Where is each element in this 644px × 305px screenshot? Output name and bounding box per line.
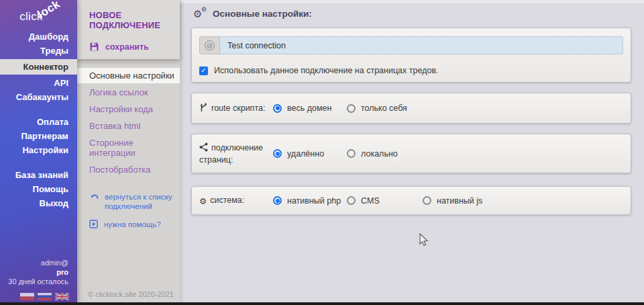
radio-unselected-icon [347,196,356,205]
sidebar-item-settings[interactable]: Настройки [0,143,77,157]
radio-cms[interactable]: CMS [347,196,423,206]
sidebar-item-payment[interactable]: Оплата [0,115,77,129]
top-highlight [180,0,644,3]
nav-spacer [0,157,77,168]
app-logo: clicklock [0,0,77,27]
sidebar-item-knowledge-base[interactable]: База знаний [0,168,77,182]
back-to-list-link[interactable]: вернуться к списку подключений [89,192,180,211]
radio-native-php[interactable]: нативный php [273,196,347,206]
radio-local-label: локально [361,149,398,159]
need-help-link[interactable]: нужна помощь? [89,220,180,229]
account-email: admin@ [8,258,68,267]
help-plus-icon [89,220,98,228]
system-card: ⚙система: нативный php CMS нативный js [191,186,631,215]
mouse-cursor-icon [418,233,429,247]
at-icon: @ [205,40,215,50]
route-icon [199,102,208,115]
save-button-label: сохранить [105,42,149,52]
radio-cms-label: CMS [361,196,380,206]
sidebar-item-help[interactable]: Помощь [0,182,77,196]
sidebar-item-logout[interactable]: Выход [0,196,77,210]
use-on-threads-checkbox[interactable]: ✓ [199,67,208,75]
connection-name-card: @ ✓ Использовать данное подключение на с… [191,28,631,83]
radio-native-js[interactable]: нативный js [423,196,496,206]
sidebar-item-subaccounts[interactable]: Сабакаунты [0,90,77,104]
use-on-threads-label: Использовать данное подключение на стран… [214,66,439,75]
radio-remote[interactable]: удалённо [273,149,347,159]
main-content: ⚙⚙ Основные настройки: @ ✓ Использовать … [180,0,644,305]
menu-item-link-logic[interactable]: Логика ссылок [77,85,180,100]
radio-unselected-icon [423,196,431,205]
route-script-options: весь домен только себя [273,103,421,113]
language-switcher [20,293,69,300]
connection-name-group: @ [199,36,623,54]
nav-spacer [0,104,77,115]
section-title: Основные настройки: [213,9,312,19]
menu-item-main-settings[interactable]: Основные настройки [77,68,180,83]
radio-native-php-label: нативный php [287,196,341,206]
copyright-text: © clicklock.site 2020-2021 [88,290,174,298]
page-connection-options: удалённо локально [273,149,421,159]
account-plan: pro [8,267,68,277]
radio-selected-icon [273,149,282,158]
flag-russia-icon[interactable] [38,293,52,300]
menu-item-code-settings[interactable]: Настройки кода [77,101,180,117]
gears-icon: ⚙⚙ [193,8,207,19]
account-days-left: 30 дней осталось [8,277,68,286]
radio-selected-icon [273,196,282,205]
sidebar-nav: Дашборд Треды Коннектор API Сабакаунты О… [0,30,77,210]
route-script-label: route скрипта: [199,102,273,115]
radio-whole-domain-label: весь домен [287,103,331,113]
panel-title: НОВОЕ ПОДКЛЮЧЕНИЕ [89,10,173,30]
sidebar-item-dashboard[interactable]: Дашборд [0,30,77,44]
page-connection-label: подключение страниц: [199,142,273,165]
radio-local[interactable]: локально [347,149,421,159]
save-button[interactable]: сохранить [89,42,173,52]
connection-panel: НОВОЕ ПОДКЛЮЧЕНИЕ сохранить Основные нас… [77,0,180,305]
use-on-threads-row: ✓ Использовать данное подключение на стр… [199,66,623,75]
menu-item-integrations[interactable]: Сторонние интеграции [77,135,180,161]
panel-links: вернуться к списку подключений нужна пом… [77,192,180,229]
back-to-list-label: вернуться к списку подключений [105,192,175,211]
system-label: ⚙система: [199,195,273,207]
flag-poland-icon[interactable] [20,293,34,300]
gear-icon: ⚙ [199,196,207,207]
panel-header: НОВОЕ ПОДКЛЮЧЕНИЕ сохранить [77,0,180,59]
menu-item-html-insert[interactable]: Вставка html [77,118,180,134]
undo-arrow-icon [89,192,99,200]
connection-name-input[interactable] [220,36,623,54]
sidebar-item-threads[interactable]: Треды [0,44,77,58]
input-prefix: @ [199,36,220,54]
share-icon [199,142,208,155]
app-window: clicklock Дашборд Треды Коннектор API Са… [0,0,644,305]
system-options: нативный php CMS нативный js [273,196,496,206]
need-help-label: нужна помощь? [104,220,161,229]
radio-unselected-icon [347,104,356,113]
primary-sidebar: clicklock Дашборд Треды Коннектор API Са… [0,0,77,305]
radio-only-self[interactable]: только себя [347,103,421,113]
radio-selected-icon [273,104,282,113]
radio-remote-label: удалённо [287,149,324,159]
settings-menu: Основные настройки Логика ссылок Настрой… [77,68,180,177]
sidebar-item-partners[interactable]: Партнерам [0,129,77,143]
sidebar-item-api[interactable]: API [0,76,77,90]
flag-uk-icon[interactable] [55,293,69,300]
menu-item-postprocessing[interactable]: Постобработка [77,162,180,177]
screen-bottom-edge [0,302,644,305]
radio-only-self-label: только себя [361,103,407,113]
sidebar-item-connector[interactable]: Коннектор [0,59,77,75]
route-script-card: route скрипта: весь домен только себя [191,93,631,124]
account-info: admin@ pro 30 дней осталось [8,258,68,286]
radio-native-js-label: нативный js [437,196,482,206]
save-icon [89,42,99,52]
page-connection-card: подключение страниц: удалённо локально [191,134,631,173]
radio-unselected-icon [347,149,356,158]
radio-whole-domain[interactable]: весь домен [273,103,347,113]
